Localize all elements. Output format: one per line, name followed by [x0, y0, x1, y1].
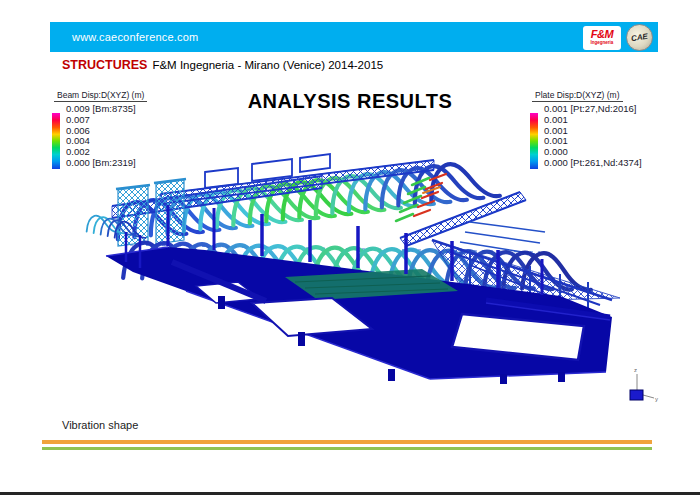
footer-rule-orange	[42, 440, 652, 444]
presentation-slide: www.caeconference.com F&M Ingegneria CAE…	[0, 0, 700, 496]
axis-y-label: y	[655, 396, 658, 402]
page-bottom-edge	[0, 492, 700, 495]
slide-caption: Vibration shape	[62, 419, 138, 431]
axis-z-label: z	[634, 367, 637, 373]
footer-rule-green	[42, 447, 652, 451]
axis-triad-icon: z y	[630, 367, 658, 402]
